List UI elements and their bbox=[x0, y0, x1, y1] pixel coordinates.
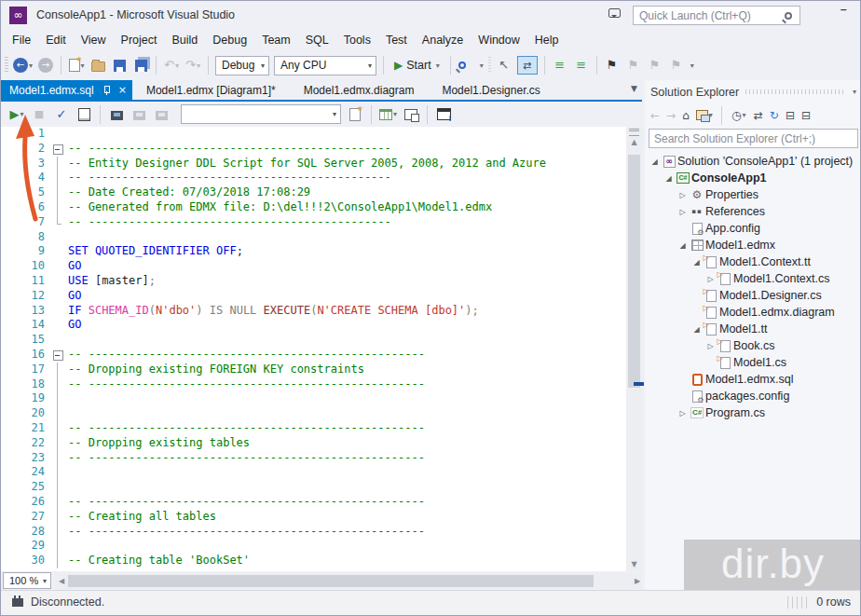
feedback-icon[interactable] bbox=[608, 8, 621, 18]
increase-indent-button[interactable]: ≡ bbox=[573, 55, 590, 75]
expander-icon[interactable]: ◢ bbox=[649, 157, 661, 166]
menu-item-window[interactable]: Window bbox=[471, 31, 526, 49]
execute-query-button[interactable]: ▶▾ bbox=[8, 104, 25, 125]
menu-item-team[interactable]: Team bbox=[254, 31, 298, 49]
tree-item-model1-edmx-sql[interactable]: Model1.edmx.sql bbox=[645, 371, 861, 388]
scroll-down-icon[interactable]: ▼ bbox=[626, 558, 642, 571]
menu-item-help[interactable]: Help bbox=[527, 31, 567, 49]
expander-icon[interactable]: ▷ bbox=[676, 191, 689, 199]
decrease-indent-button[interactable]: ≡ bbox=[552, 55, 568, 75]
open-file-button[interactable] bbox=[89, 55, 106, 75]
show-all-files-icon[interactable]: ⊟ bbox=[801, 106, 811, 125]
tree-item-model1-edmx[interactable]: ◢Model1.edmx bbox=[645, 237, 861, 253]
validate-script-button[interactable]: ✓ bbox=[53, 104, 70, 125]
forward-icon[interactable]: → bbox=[666, 106, 676, 125]
tree-item-properties[interactable]: ▷⚙Properties bbox=[645, 186, 861, 203]
close-icon[interactable]: × bbox=[118, 84, 127, 96]
new-project-button[interactable]: ★▾ bbox=[68, 55, 85, 75]
save-button[interactable] bbox=[111, 55, 128, 75]
sync-with-active-document-icon[interactable]: ⇄ bbox=[754, 106, 763, 125]
toolbar-overflow-icon[interactable]: ▾ bbox=[690, 62, 694, 70]
expander-icon[interactable]: ◢ bbox=[676, 241, 689, 250]
tree-item-model1-edmx-diagram[interactable]: ▷Model1.edmx.diagram bbox=[645, 304, 861, 321]
fold-toggle[interactable] bbox=[53, 142, 65, 157]
fold-toggle[interactable] bbox=[53, 348, 65, 363]
find-in-files-button[interactable] bbox=[458, 55, 474, 75]
vertical-scroll-thumb[interactable] bbox=[628, 155, 640, 388]
menu-item-test[interactable]: Test bbox=[378, 31, 415, 49]
menu-item-edit[interactable]: Edit bbox=[38, 31, 74, 49]
tab-model1-edmx-diagram[interactable]: Model1.edmx.diagram bbox=[290, 80, 429, 100]
collapse-all-icon[interactable]: ⊟ bbox=[786, 106, 795, 125]
menu-item-analyze[interactable]: Analyze bbox=[415, 31, 471, 49]
solution-platform-dropdown[interactable]: Any CPU▾ bbox=[274, 56, 376, 75]
toggle-bookmark-button[interactable]: ⚑ bbox=[604, 55, 621, 75]
save-all-button[interactable] bbox=[132, 55, 149, 75]
tree-item-app-config[interactable]: ⚙App.config bbox=[645, 220, 861, 237]
panel-menu-icon[interactable]: ▾ bbox=[853, 88, 856, 96]
expander-icon[interactable]: ▷ bbox=[676, 409, 689, 418]
view-designer-toggle[interactable]: ⇄ bbox=[517, 56, 538, 75]
stop-query-button[interactable]: ■ bbox=[31, 104, 48, 125]
navigate-forward-button[interactable]: → bbox=[37, 55, 54, 75]
expander-icon[interactable]: ▷ bbox=[704, 342, 717, 350]
solution-explorer-header[interactable]: Solution Explorer ▾ bbox=[645, 80, 861, 103]
database-dropdown[interactable]: ▾ bbox=[181, 104, 341, 124]
tree-item-model1-cs[interactable]: ▷Model1.cs bbox=[645, 354, 861, 371]
clear-bookmarks-button[interactable]: ⚑ bbox=[668, 55, 685, 75]
tree-item-references[interactable]: ▷▪▪References bbox=[645, 203, 861, 220]
switch-views-button[interactable]: ▾ bbox=[696, 105, 713, 126]
document-list-dropdown-icon[interactable]: ▼ bbox=[631, 84, 637, 93]
home-icon[interactable]: ⌂ bbox=[682, 106, 690, 125]
tree-item-model1-designer-cs[interactable]: ▷Model1.Designer.cs bbox=[645, 287, 861, 304]
pending-changes-filter-button[interactable]: ◷▾ bbox=[731, 105, 747, 126]
menu-item-project[interactable]: Project bbox=[114, 31, 165, 49]
scroll-left-icon[interactable]: ◀ bbox=[55, 577, 68, 585]
tree-item-consoleapp1[interactable]: ◢C#ConsoleApp1 bbox=[645, 170, 861, 186]
expander-icon[interactable]: ◢ bbox=[690, 258, 703, 267]
menu-item-tools[interactable]: Tools bbox=[336, 31, 378, 49]
expander-icon[interactable]: ▷ bbox=[676, 208, 689, 216]
tree-item-model1-context-tt[interactable]: ◢▷Model1.Context.tt bbox=[645, 253, 861, 270]
tree-item-model1-context-cs[interactable]: ▷▷Model1.Context.cs bbox=[645, 270, 861, 287]
minimize-button[interactable]: – bbox=[840, 1, 848, 18]
scroll-up-icon[interactable]: ▲ bbox=[626, 136, 642, 149]
tree-item-packages-config[interactable]: ⚙packages.config bbox=[645, 388, 861, 404]
editor-vertical-scrollbar[interactable]: ▲ ▼ bbox=[626, 127, 642, 571]
disconnect-all-button[interactable] bbox=[153, 104, 170, 125]
editor-horizontal-scrollbar[interactable]: ◀ ▶ bbox=[55, 573, 644, 589]
solution-configuration-dropdown[interactable]: Debug▾ bbox=[215, 56, 269, 75]
next-bookmark-button[interactable]: ⚑ bbox=[647, 55, 663, 75]
connect-button[interactable] bbox=[108, 104, 125, 125]
tab-model1-edmx-diagram1-[interactable]: Model1.edmx [Diagram1]* bbox=[132, 80, 290, 100]
previous-bookmark-button[interactable]: ⚑ bbox=[625, 55, 642, 75]
expander-icon[interactable]: ▷ bbox=[704, 275, 717, 283]
menu-item-file[interactable]: File bbox=[5, 31, 38, 49]
tree-item-solution-consoleapp1-1-project-[interactable]: ◢∞Solution 'ConsoleApp1' (1 project) bbox=[645, 153, 861, 170]
toolbar-overflow-icon[interactable]: ▾ bbox=[480, 62, 484, 70]
pin-icon[interactable] bbox=[102, 86, 111, 95]
query-options-button[interactable] bbox=[435, 104, 452, 125]
tab-model1-designer-cs[interactable]: Model1.Designer.cs bbox=[428, 80, 554, 100]
undo-button[interactable]: ↶▾ bbox=[163, 55, 180, 75]
tree-item-model1-tt[interactable]: ◢▷Model1.tt bbox=[645, 321, 861, 337]
expander-icon[interactable]: ◢ bbox=[690, 325, 703, 334]
horizontal-scroll-thumb[interactable] bbox=[68, 575, 594, 587]
new-query-button[interactable]: ★ bbox=[347, 104, 363, 125]
solution-explorer-search-input[interactable]: Search Solution Explorer (Ctrl+;) bbox=[649, 129, 858, 148]
splitter-handle[interactable] bbox=[629, 129, 639, 136]
refresh-icon[interactable]: ↻ bbox=[770, 106, 779, 125]
menu-item-sql[interactable]: SQL bbox=[298, 31, 336, 49]
menu-item-debug[interactable]: Debug bbox=[205, 31, 254, 49]
redo-button[interactable]: ↷▾ bbox=[184, 55, 201, 75]
tree-item-book-cs[interactable]: ▷▷Book.cs bbox=[645, 337, 861, 354]
start-debugging-button[interactable]: ▶Start▾ bbox=[390, 59, 444, 72]
tab-model1-edmx-sql[interactable]: Model1.edmx.sql× bbox=[1, 80, 132, 100]
script-analysis-button[interactable] bbox=[75, 104, 92, 125]
quick-launch-input[interactable]: Quick Launch (Ctrl+Q) bbox=[633, 6, 800, 25]
menu-item-view[interactable]: View bbox=[74, 31, 114, 49]
back-icon[interactable]: ← bbox=[650, 106, 660, 125]
schema-compare-button[interactable] bbox=[403, 104, 419, 125]
tree-item-program-cs[interactable]: ▷C#Program.cs bbox=[645, 404, 861, 421]
expander-icon[interactable]: ◢ bbox=[663, 174, 675, 183]
